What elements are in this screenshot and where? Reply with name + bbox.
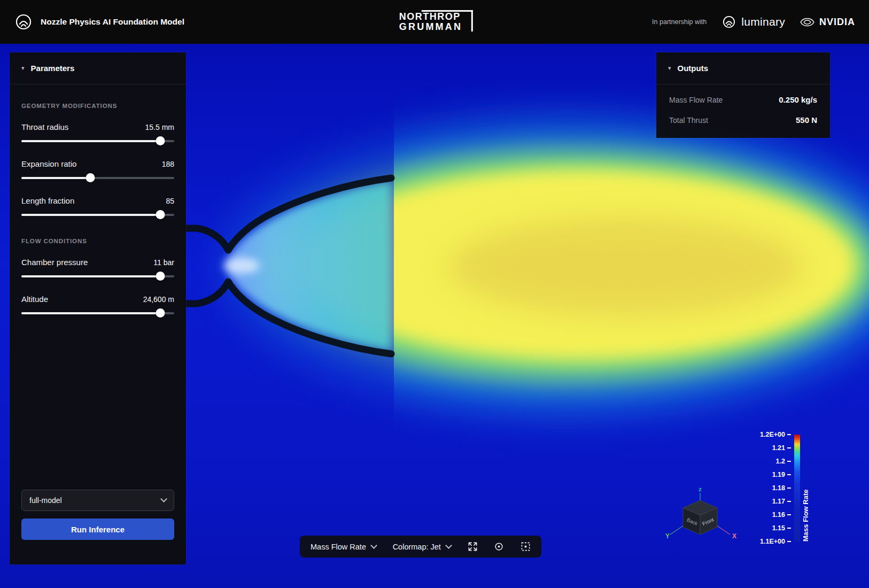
param-expansion-ratio: Expansion ratio 188 bbox=[21, 159, 174, 183]
top-bar: Nozzle Physics AI Foundation Model NORTH… bbox=[0, 0, 869, 44]
colorbar-tick-label: 1.16 bbox=[772, 511, 785, 519]
colormap-select[interactable]: Colormap: Jet bbox=[393, 543, 451, 551]
axis-y-label: Y bbox=[665, 532, 670, 540]
colorbar-tick: 1.16 bbox=[772, 511, 791, 519]
collapse-caret-icon: ▾ bbox=[21, 65, 25, 72]
luminary-partner-logo: luminary bbox=[721, 14, 785, 29]
colorbar-tick-mark bbox=[787, 488, 791, 489]
param-label: Length fraction bbox=[21, 196, 74, 205]
output-row-total-thrust: Total Thrust 550 N bbox=[669, 115, 817, 125]
param-altitude: Altitude 24,600 m bbox=[21, 295, 174, 318]
outputs-panel-header[interactable]: ▾ Outputs bbox=[656, 52, 830, 84]
parameters-title: Parameters bbox=[31, 64, 75, 73]
field-select-value: Mass Flow Rate bbox=[311, 543, 366, 551]
colorbar-tick: 1.18 bbox=[772, 484, 791, 492]
param-chamber-pressure: Chamber pressure 11 bar bbox=[21, 258, 174, 281]
output-row-mass-flow-rate: Mass Flow Rate 0.250 kg/s bbox=[669, 95, 817, 104]
colorbar-tick-label: 1.21 bbox=[772, 444, 785, 452]
slider-thumb[interactable] bbox=[156, 272, 165, 281]
luminary-logo-icon bbox=[14, 12, 33, 32]
chevron-down-icon bbox=[445, 542, 452, 549]
parameters-panel-header[interactable]: ▾ Parameters bbox=[10, 52, 186, 84]
throat-radius-slider[interactable] bbox=[21, 136, 174, 146]
colorbar-tick-label: 1.19 bbox=[772, 471, 785, 478]
slider-fill bbox=[21, 177, 90, 179]
geometry-section-label: GEOMETRY MODIFICATIONS bbox=[21, 103, 174, 109]
slider-fill bbox=[21, 140, 160, 142]
slider-fill bbox=[21, 275, 160, 277]
colorbar-title: Mass Flow Rate bbox=[802, 435, 810, 541]
param-label: Altitude bbox=[21, 295, 48, 304]
param-label: Expansion ratio bbox=[21, 159, 76, 168]
reset-view-button[interactable] bbox=[494, 541, 504, 552]
partnership-text: In partnership with bbox=[652, 18, 707, 26]
param-label: Throat radius bbox=[21, 122, 68, 131]
parameters-panel: ▾ Parameters GEOMETRY MODIFICATIONS Thro… bbox=[10, 52, 186, 564]
colorbar-tick: 1.2E+00 bbox=[760, 431, 791, 438]
app-root: Nozzle Physics AI Foundation Model NORTH… bbox=[0, 0, 869, 588]
expansion-ratio-slider[interactable] bbox=[21, 173, 174, 183]
chamber-pressure-slider[interactable] bbox=[21, 272, 174, 281]
output-label: Mass Flow Rate bbox=[669, 96, 723, 104]
colorbar-tick-mark bbox=[787, 514, 791, 515]
orientation-cube[interactable]: Z Y X Back Front bbox=[661, 484, 740, 548]
colorbar-tick: 1.1E+00 bbox=[760, 538, 791, 545]
slider-fill bbox=[21, 312, 160, 314]
outputs-title: Outputs bbox=[678, 64, 709, 73]
output-value: 550 N bbox=[796, 115, 817, 125]
colorbar-tick-label: 1.2E+00 bbox=[760, 431, 785, 438]
northrop-grumman-logo: NORTHROP GRUMMAN bbox=[399, 12, 470, 32]
length-fraction-slider[interactable] bbox=[21, 210, 174, 220]
flow-section-label: FLOW CONDITIONS bbox=[21, 238, 174, 244]
app-title: Nozzle Physics AI Foundation Model bbox=[41, 17, 184, 27]
outputs-panel: ▾ Outputs Mass Flow Rate 0.250 kg/s Tota… bbox=[656, 52, 830, 138]
colorbar-tick-mark bbox=[787, 474, 791, 475]
colorbar-tick-mark bbox=[787, 528, 791, 529]
model-select[interactable]: full-model bbox=[21, 490, 174, 511]
altitude-slider[interactable] bbox=[21, 308, 174, 318]
luminary-icon bbox=[721, 14, 736, 29]
slider-thumb[interactable] bbox=[156, 136, 165, 145]
colorbar-tick-mark bbox=[787, 434, 791, 435]
nvidia-wordmark: NVIDIA bbox=[819, 17, 855, 28]
chevron-down-icon bbox=[370, 542, 377, 549]
param-value: 24,600 m bbox=[143, 295, 174, 304]
param-length-fraction: Length fraction 85 bbox=[21, 196, 174, 220]
colormap-select-value: Colormap: Jet bbox=[393, 543, 441, 551]
colorbar-tick-mark bbox=[787, 461, 791, 462]
colorbar-tick-label: 1.17 bbox=[772, 498, 785, 505]
collapse-caret-icon: ▾ bbox=[668, 65, 671, 72]
param-label: Chamber pressure bbox=[21, 258, 88, 267]
nvidia-eye-icon bbox=[800, 17, 814, 27]
param-value: 15.5 mm bbox=[145, 123, 174, 131]
axis-x-label: X bbox=[732, 532, 736, 540]
colorbar-ticks: 1.2E+001.211.21.191.181.171.161.151.1E+0… bbox=[752, 435, 791, 541]
model-select-value: full-model bbox=[29, 496, 62, 505]
run-inference-button[interactable]: Run Inference bbox=[21, 519, 174, 540]
colorbar-tick-label: 1.15 bbox=[772, 524, 785, 532]
colorbar-tick: 1.15 bbox=[772, 524, 791, 532]
slider-thumb[interactable] bbox=[156, 210, 165, 219]
colorbar-tick-label: 1.1E+00 bbox=[760, 538, 785, 545]
slider-thumb[interactable] bbox=[156, 308, 165, 318]
colorbar-tick-label: 1.2 bbox=[776, 458, 785, 465]
colorbar-tick: 1.19 bbox=[772, 471, 791, 478]
fullscreen-button[interactable] bbox=[468, 541, 478, 552]
slider-thumb[interactable] bbox=[86, 173, 95, 182]
param-value: 85 bbox=[166, 197, 174, 205]
colorbar: 1.2E+001.211.21.191.181.171.161.151.1E+0… bbox=[752, 430, 865, 549]
colorbar-tick: 1.17 bbox=[772, 498, 791, 505]
colorbar-tick-mark bbox=[787, 541, 791, 542]
colorbar-tick: 1.2 bbox=[776, 458, 791, 465]
colorbar-tick-label: 1.18 bbox=[772, 484, 785, 492]
screenshot-icon bbox=[521, 541, 531, 552]
field-select[interactable]: Mass Flow Rate bbox=[311, 543, 376, 551]
param-throat-radius: Throat radius 15.5 mm bbox=[21, 122, 174, 146]
fullscreen-icon bbox=[468, 541, 478, 552]
viewer-toolbar: Mass Flow Rate Colormap: Jet bbox=[300, 536, 541, 558]
luminary-wordmark: luminary bbox=[741, 16, 785, 28]
screenshot-button[interactable] bbox=[521, 541, 531, 552]
colorbar-tick-mark bbox=[787, 447, 791, 448]
slider-fill bbox=[21, 214, 160, 216]
output-label: Total Thrust bbox=[669, 116, 708, 125]
